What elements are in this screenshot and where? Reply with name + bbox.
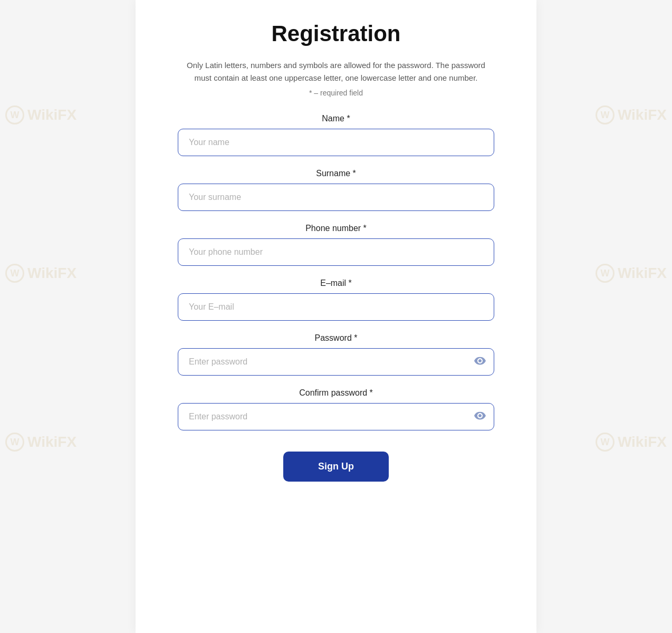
label-confirm-password: Confirm password *: [178, 388, 494, 398]
confirm-password-eye-icon[interactable]: [474, 411, 486, 423]
label-email: E–mail *: [178, 279, 494, 288]
content-panel: Registration Only Latin letters, numbers…: [136, 0, 536, 633]
phone-input[interactable]: [178, 238, 494, 266]
form-group-surname: Surname *: [178, 169, 494, 211]
page-wrapper: W WikiFX W WikiFX W WikiFX W WikiFX W Wi…: [0, 0, 672, 633]
required-note: * – required field: [178, 89, 494, 97]
surname-input[interactable]: [178, 184, 494, 211]
input-wrapper-password: [178, 348, 494, 376]
form-group-name: Name *: [178, 114, 494, 156]
password-input[interactable]: [178, 348, 494, 376]
input-wrapper-confirm-password: [178, 403, 494, 430]
label-name: Name *: [178, 114, 494, 123]
form-group-phone: Phone number *: [178, 224, 494, 266]
name-input[interactable]: [178, 129, 494, 156]
watermark-right-2: W WikiFX: [596, 264, 667, 283]
confirm-password-input[interactable]: [178, 403, 494, 430]
signup-button[interactable]: Sign Up: [283, 452, 389, 482]
description-text: Only Latin letters, numbers and symbols …: [178, 59, 494, 84]
form-group-confirm-password: Confirm password *: [178, 388, 494, 430]
watermark-left-3: W WikiFX: [5, 433, 76, 452]
watermark-right-1: W WikiFX: [596, 106, 667, 124]
input-wrapper-name: [178, 129, 494, 156]
page-title: Registration: [178, 21, 494, 46]
watermark-left-2: W WikiFX: [5, 264, 76, 283]
label-phone: Phone number *: [178, 224, 494, 233]
password-eye-icon[interactable]: [474, 356, 486, 368]
form-group-email: E–mail *: [178, 279, 494, 321]
label-surname: Surname *: [178, 169, 494, 178]
email-input[interactable]: [178, 293, 494, 321]
watermark-left-1: W WikiFX: [5, 106, 76, 124]
input-wrapper-email: [178, 293, 494, 321]
label-password: Password *: [178, 333, 494, 343]
input-wrapper-surname: [178, 184, 494, 211]
watermark-right-3: W WikiFX: [596, 433, 667, 452]
form-group-password: Password *: [178, 333, 494, 376]
input-wrapper-phone: [178, 238, 494, 266]
registration-form: Name * Surname * Phone number *: [178, 114, 494, 482]
